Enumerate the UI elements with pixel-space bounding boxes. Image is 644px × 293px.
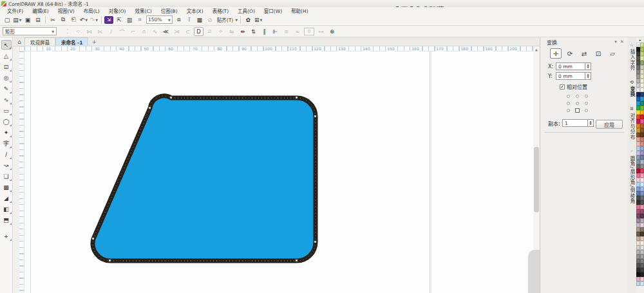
color-swatch[interactable] [640,214,644,218]
menu-text[interactable]: 文本(X) [182,7,208,14]
color-swatch[interactable] [640,218,644,223]
color-swatch[interactable] [640,263,644,268]
color-swatch[interactable] [640,272,644,277]
color-swatch[interactable] [640,200,644,205]
menu-tools[interactable]: 工具(O) [233,7,260,14]
curve-smoothness-icon[interactable]: ≈ [292,27,302,36]
elastic-mode-icon[interactable]: ‖ [260,27,269,36]
menu-window[interactable]: 窗口(W) [260,7,287,14]
menu-object[interactable]: 对象(O) [104,7,131,14]
menu-view[interactable]: 视图(V) [53,7,79,14]
menu-layout[interactable]: 布局(L) [79,7,104,14]
paste-button[interactable]: ⎗ [69,15,78,24]
color-swatch[interactable] [640,128,644,133]
color-swatch[interactable] [640,146,644,151]
options-button[interactable]: ✿ [243,15,252,24]
transform-rotate-tab[interactable]: ⟳ [564,48,576,59]
vertical-scrollbar-thumb[interactable] [534,147,539,213]
print-button[interactable]: ⊟ [33,15,43,24]
color-swatch[interactable] [640,92,644,97]
color-swatch[interactable] [640,142,644,146]
transform-scale-mirror-tab[interactable]: ⇄ [578,48,590,59]
drop-shadow-tool[interactable]: ❏ [1,171,12,181]
color-swatch[interactable] [640,79,644,83]
color-swatch[interactable] [640,250,644,254]
color-swatch[interactable] [640,65,644,70]
extend-curve-icon[interactable]: ⋊ [172,27,182,36]
color-swatch[interactable] [640,245,644,250]
snap-to-dropdown[interactable]: 贴齐(T)▼ [216,15,238,24]
anchor-point-2[interactable] [582,93,591,100]
color-swatch[interactable] [640,241,644,245]
color-swatch[interactable] [640,124,644,128]
to-curve-icon[interactable]: ⌒ [117,27,127,36]
open-button[interactable]: ▤▼ [13,15,22,24]
app-launcher-button[interactable]: ⊞▼ [254,15,263,24]
artistic-media-tool[interactable]: ∿ [1,95,12,104]
rectangle-tool[interactable]: ▭ [1,106,12,115]
anchor-point-8[interactable] [582,107,591,114]
zoom-levels-button[interactable]: ⌗ [135,15,144,24]
anchor-point-0[interactable] [564,93,573,100]
color-swatch[interactable] [640,232,644,236]
smooth-node-icon[interactable]: ∩ [139,27,149,36]
anchor-point-3[interactable] [564,100,573,107]
color-swatch[interactable] [640,281,644,286]
horizontal-ruler[interactable]: 1020304050607080901001101201301401501601… [24,46,533,52]
color-swatch[interactable] [640,254,644,259]
color-swatch[interactable] [640,173,644,178]
blue-rounded-quad-shape[interactable] [93,96,316,261]
color-swatch[interactable] [640,47,644,52]
menu-bitmaps[interactable]: 位图(B) [156,7,182,14]
color-swatch[interactable] [640,61,644,65]
break-curve-icon[interactable]: ⋉ [95,27,105,36]
snap-off-button[interactable]: ⊘ [205,15,214,24]
bounding-box-icon[interactable]: ⊕ [327,27,337,36]
ruler-origin-corner[interactable] [19,46,24,52]
show-rulers-button[interactable]: ⊺ [185,15,194,24]
cut-button[interactable]: ✂ [48,15,57,24]
x-position-input[interactable]: 0 mm [556,62,585,70]
delete-node-icon[interactable]: ⁘ [73,27,83,36]
ellipse-tool[interactable]: ◯ [1,117,12,126]
color-eyedropper-tool[interactable]: ◢ [1,193,12,203]
color-swatch[interactable] [640,259,644,263]
vertical-ruler[interactable] [19,52,24,293]
y-position-input[interactable]: 0 mm [556,72,585,80]
new-tab-button[interactable]: + [90,39,98,46]
color-swatch[interactable] [640,88,644,92]
color-swatch[interactable] [640,227,644,232]
import-button[interactable]: ⇲ [104,16,113,24]
polygon-tool[interactable]: ✦ [1,128,12,137]
color-swatch[interactable] [640,83,644,88]
welcome-home-icon[interactable]: ⌂ [14,37,24,46]
apply-button[interactable]: 应用 [596,120,623,129]
color-swatch[interactable] [640,137,644,142]
color-swatch[interactable] [640,97,644,101]
menu-effects[interactable]: 效果(C) [131,7,156,14]
color-swatch[interactable] [640,277,644,281]
tab-welcome-screen[interactable]: 欢迎屏幕 [24,37,55,46]
color-swatch[interactable] [640,187,644,191]
color-swatch[interactable] [640,43,644,47]
color-swatch[interactable] [640,169,644,173]
color-swatch[interactable] [640,205,644,209]
customize-toolbox-button[interactable]: + [1,231,12,241]
color-swatch[interactable] [640,74,644,79]
add-node-icon[interactable]: ⁚ [62,27,72,36]
color-swatch[interactable] [640,115,644,119]
preset-combo[interactable]: 矩形 ▼ [3,27,57,35]
color-swatch[interactable] [640,236,644,241]
color-swatch[interactable] [640,182,644,187]
color-swatch[interactable] [640,119,644,124]
transform-skew-tab[interactable]: ▱ [607,48,618,59]
reduce-nodes-icon[interactable]: ≋ [281,27,291,36]
interactive-fill-tool[interactable]: ◧ [1,204,12,214]
color-swatch[interactable] [640,196,644,200]
color-swatch[interactable] [640,160,644,164]
docker-close-icon[interactable]: ✕ [619,39,625,44]
symmetric-node-icon[interactable]: ∿ [150,27,160,36]
color-swatch[interactable] [640,106,644,110]
copies-input[interactable]: 1 [562,119,588,127]
drawing-canvas[interactable] [24,52,533,293]
